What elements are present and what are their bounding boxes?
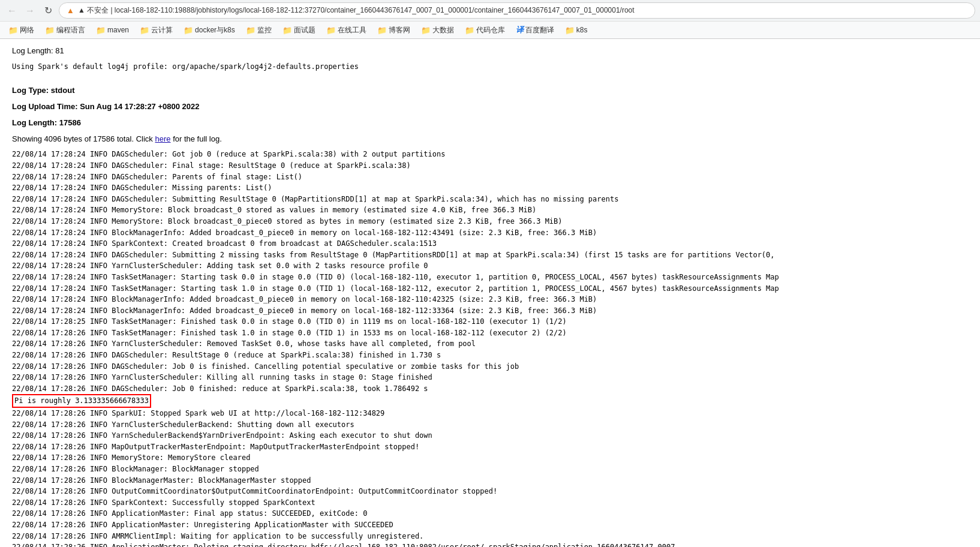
browser-chrome: ← → ↻ ▲ ▲ 不安全 | local-168-182-110:19888/… — [0, 0, 980, 39]
folder-icon: 📁 — [96, 26, 106, 35]
folder-icon: 📁 — [184, 26, 193, 35]
bookmarks-bar: 📁 网络 📁 编程语言 📁 maven 📁 云计算 📁 docker与k8s 📁… — [0, 21, 980, 38]
folder-icon: 📁 — [377, 26, 387, 35]
log-line: 22/08/14 17:28:26 INFO OutputCommitCoord… — [12, 486, 968, 497]
navigation-bar: ← → ↻ ▲ ▲ 不安全 | local-168-182-110:19888/… — [0, 0, 980, 21]
log-line: 22/08/14 17:28:24 INFO BlockManagerInfo:… — [12, 305, 968, 317]
bookmark-jiankong[interactable]: 📁 监控 — [242, 24, 275, 37]
bookmark-zaixiangongju[interactable]: 📁 在线工具 — [323, 24, 370, 37]
log-line: 22/08/14 17:28:26 INFO MemoryStore: Memo… — [12, 452, 968, 464]
bookmark-label: 网络 — [20, 25, 34, 35]
pi-result-line: Pi is roughly 3.133335666678333 — [12, 394, 968, 408]
folder-icon: 📁 — [282, 26, 292, 35]
bookmark-label: k8s — [576, 26, 588, 34]
showing-text: Showing 4096 bytes of 17586 total. Click — [12, 134, 153, 143]
back-button[interactable]: ← — [5, 4, 19, 18]
bookmark-label: 在线工具 — [338, 25, 366, 35]
log-length-label: Log Length: 17586 — [12, 118, 81, 127]
log-lines-after: 22/08/14 17:28:26 INFO SparkUI: Stopped … — [12, 408, 968, 547]
log-line: 22/08/14 17:28:24 INFO DAGScheduler: Par… — [12, 172, 968, 183]
log-line: 22/08/14 17:28:24 INFO MemoryStore: Bloc… — [12, 205, 968, 216]
spark-log4j-text: Using Spark's default log4j profile: org… — [12, 62, 359, 71]
log-length-top: Log Length: 81 — [12, 45, 968, 58]
log-lines-before: 22/08/14 17:28:24 INFO DAGScheduler: Got… — [12, 149, 968, 394]
log-type-section: Log Type: stdout — [12, 85, 968, 97]
log-length-top-text: Log Length: 81 — [12, 46, 64, 55]
log-upload-label: Log Upload Time: Sun Aug 14 17:28:27 +08… — [12, 102, 200, 111]
bookmark-docker[interactable]: 📁 docker与k8s — [180, 24, 239, 37]
bookmark-label: 代码仓库 — [476, 25, 505, 35]
log-line: 22/08/14 17:28:24 INFO DAGScheduler: Fin… — [12, 160, 968, 172]
bookmark-yunjisuan[interactable]: 📁 云计算 — [136, 24, 176, 37]
bookmark-label: 云计算 — [151, 25, 173, 35]
bookmark-label: maven — [107, 26, 129, 34]
pi-highlighted-text: Pi is roughly 3.133335666678333 — [12, 394, 151, 408]
log-line: 22/08/14 17:28:24 INFO TaskSetManager: S… — [12, 283, 968, 294]
folder-icon: 📁 — [140, 26, 149, 35]
log-line: 22/08/14 17:28:26 INFO BlockManager: Blo… — [12, 464, 968, 475]
log-line: 22/08/14 17:28:24 INFO MemoryStore: Bloc… — [12, 216, 968, 227]
log-line: 22/08/14 17:28:26 INFO YarnSchedulerBack… — [12, 430, 968, 441]
page-content: Log Length: 81 Using Spark's default log… — [0, 39, 980, 547]
log-line: 22/08/14 17:28:24 INFO DAGScheduler: Sub… — [12, 194, 968, 205]
log-line: 22/08/14 17:28:24 INFO DAGScheduler: Sub… — [12, 250, 968, 261]
folder-icon: 📁 — [8, 26, 18, 35]
log-upload-section: Log Upload Time: Sun Aug 14 17:28:27 +08… — [12, 101, 968, 113]
log-line: 22/08/14 17:28:26 INFO ApplicationMaster… — [12, 508, 968, 519]
folder-icon: 📁 — [326, 26, 336, 35]
log-line: 22/08/14 17:28:26 INFO YarnClusterSchedu… — [12, 338, 968, 350]
bookmark-label: 博客网 — [389, 25, 410, 35]
log-line: 22/08/14 17:28:26 INFO ApplicationMaster… — [12, 542, 968, 547]
showing-bytes-section: Showing 4096 bytes of 17586 total. Click… — [12, 133, 968, 146]
bookmark-daima[interactable]: 📁 代码仓库 — [461, 24, 509, 37]
bookmark-label: 大数据 — [432, 25, 454, 35]
folder-icon: 📁 — [45, 26, 55, 35]
folder-icon: 📁 — [565, 26, 575, 35]
log-line: 22/08/14 17:28:26 INFO DAGScheduler: Job… — [12, 383, 968, 395]
folder-icon: 📁 — [421, 26, 431, 35]
log-line: 22/08/14 17:28:26 INFO YarnClusterSchedu… — [12, 419, 968, 431]
log-line: 22/08/14 17:28:26 INFO TaskSetManager: F… — [12, 327, 968, 339]
log-line: 22/08/14 17:28:26 INFO YarnClusterSchedu… — [12, 372, 968, 383]
bookmark-bianchengyuyan[interactable]: 📁 编程语言 — [41, 24, 89, 37]
security-warning-icon: ▲ — [67, 6, 74, 15]
reload-button[interactable]: ↻ — [41, 4, 55, 18]
bookmark-label: 面试题 — [294, 25, 315, 35]
log-line: 22/08/14 17:28:24 INFO TaskSetManager: S… — [12, 272, 968, 283]
log-length-section: Log Length: 17586 — [12, 117, 968, 130]
log-line: 22/08/14 17:28:24 INFO SparkContext: Cre… — [12, 238, 968, 250]
folder-icon: 📁 — [246, 26, 255, 35]
bookmark-dashuju[interactable]: 📁 大数据 — [417, 24, 458, 37]
log-line: 22/08/14 17:28:26 INFO DAGScheduler: Job… — [12, 361, 968, 372]
showing-text2: for the full log. — [173, 134, 222, 143]
bookmark-baidu-translate[interactable]: 译 百度翻译 — [512, 23, 558, 37]
spark-log4j-line: Using Spark's default log4j profile: org… — [12, 61, 968, 73]
bookmark-label: docker与k8s — [195, 25, 235, 35]
forward-button[interactable]: → — [23, 4, 37, 18]
log-line: 22/08/14 17:28:24 INFO DAGScheduler: Mis… — [12, 182, 968, 194]
log-line: 22/08/14 17:28:26 INFO ApplicationMaster… — [12, 519, 968, 531]
address-bar[interactable]: ▲ ▲ 不安全 | local-168-182-110:19888/jobhis… — [59, 2, 975, 19]
log-line: 22/08/14 17:28:26 INFO DAGScheduler: Res… — [12, 350, 968, 361]
folder-icon: 📁 — [465, 26, 474, 35]
log-line: 22/08/14 17:28:26 INFO AMRMClientImpl: W… — [12, 531, 968, 542]
bookmark-maven[interactable]: 📁 maven — [92, 25, 133, 36]
bookmark-wangluo[interactable]: 📁 网络 — [5, 24, 38, 37]
bookmark-label: 监控 — [257, 25, 272, 35]
folder-icon: 译 — [516, 25, 524, 35]
full-log-link[interactable]: here — [155, 134, 171, 143]
log-line: 22/08/14 17:28:26 INFO SparkContext: Suc… — [12, 497, 968, 509]
bookmark-label: 编程语言 — [56, 25, 85, 35]
log-line: 22/08/14 17:28:26 INFO MapOutputTrackerM… — [12, 441, 968, 453]
log-line: 22/08/14 17:28:24 INFO BlockManagerInfo:… — [12, 227, 968, 239]
log-line: 22/08/14 17:28:24 INFO YarnClusterSchedu… — [12, 260, 968, 272]
log-line: 22/08/14 17:28:24 INFO BlockManagerInfo:… — [12, 294, 968, 305]
log-line: 22/08/14 17:28:24 INFO DAGScheduler: Got… — [12, 149, 968, 160]
url-text: ▲ 不安全 | local-168-182-110:19888/jobhisto… — [78, 5, 635, 16]
bookmark-mianshiti[interactable]: 📁 面试题 — [279, 24, 319, 37]
bookmark-label: 百度翻译 — [525, 25, 554, 35]
log-line: 22/08/14 17:28:26 INFO BlockManagerMaste… — [12, 475, 968, 486]
bookmark-bowangbo[interactable]: 📁 博客网 — [374, 24, 414, 37]
bookmark-k8s[interactable]: 📁 k8s — [561, 25, 591, 36]
log-type-label: Log Type: stdout — [12, 86, 74, 95]
